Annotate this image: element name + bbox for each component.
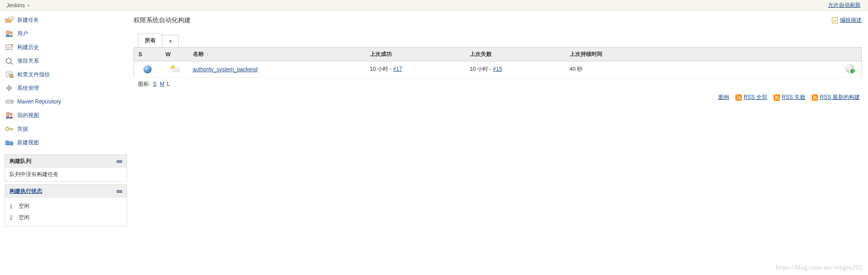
executor-title[interactable]: 构建执行状态 xyxy=(10,188,42,194)
gear-icon xyxy=(5,84,15,92)
status-ball-icon[interactable] xyxy=(143,65,152,74)
people-icon xyxy=(5,29,15,38)
relations-icon xyxy=(5,57,15,65)
svg-point-25 xyxy=(6,127,9,130)
svg-point-24 xyxy=(10,113,12,116)
sidebar-task-list: ★ 新建任务 用户 构建历史 xyxy=(5,15,127,148)
sidebar-item-newview[interactable]: 新建视图 xyxy=(5,137,127,148)
svg-point-16 xyxy=(8,87,10,89)
svg-point-32 xyxy=(813,98,814,99)
build-queue-panel: 构建队列 队列中没有构建任务 xyxy=(5,154,127,182)
sidebar-item-maven[interactable]: Maven Repository xyxy=(5,96,127,107)
build-queue-body: 队列中没有构建任务 xyxy=(5,168,127,181)
svg-rect-14 xyxy=(10,74,13,78)
collapse-icon[interactable] xyxy=(117,160,122,163)
sidebar-item-label: 检查文件指纹 xyxy=(17,71,50,79)
svg-point-23 xyxy=(6,113,10,116)
last-failure-link[interactable]: #15 xyxy=(493,66,502,72)
build-queue-title: 构建队列 xyxy=(10,157,31,165)
sidebar-item-myview[interactable]: 我的视图 xyxy=(5,110,127,121)
main-panel: 权限系统自动化构建 编辑描述 所有 + S W 名称 ↓ 上次成功 上次失败 xyxy=(127,11,868,229)
auto-refresh-link[interactable]: 允许自动刷新 xyxy=(828,1,864,9)
executor-row: 1 空闲 xyxy=(10,201,122,212)
svg-text:★: ★ xyxy=(10,17,13,20)
rss-icon xyxy=(812,94,818,101)
table-row: authority_system_backend 10 小时 - #17 10 … xyxy=(134,61,862,78)
icon-size-s[interactable]: S xyxy=(153,81,157,87)
breadcrumb-bar: Jenkins ▸ 允许自动刷新 xyxy=(0,0,868,11)
sidebar-item-label: 系统管理 xyxy=(17,84,39,92)
last-success-link[interactable]: #17 xyxy=(393,66,402,72)
executor-status: 空闲 xyxy=(19,202,30,210)
drive-icon xyxy=(5,98,15,106)
key-icon xyxy=(5,125,15,133)
tab-all[interactable]: 所有 xyxy=(138,34,163,47)
svg-point-4 xyxy=(10,31,12,34)
rss-latest-link[interactable]: RSS 最新的构建 xyxy=(820,93,860,101)
duration-text: 40 秒 xyxy=(570,66,583,72)
executor-panel: 构建执行状态 1 空闲 2 空闲 xyxy=(5,184,127,226)
sidebar-item-credentials[interactable]: 凭据 xyxy=(5,123,127,134)
collapse-icon[interactable] xyxy=(117,190,122,193)
col-weather[interactable]: W xyxy=(161,48,188,61)
col-last-success[interactable]: 上次成功 xyxy=(365,48,465,61)
myview-icon xyxy=(5,111,15,119)
col-status[interactable]: S xyxy=(134,48,161,61)
col-build xyxy=(839,48,862,61)
sidebar-item-fingerprint[interactable]: 检查文件指纹 xyxy=(5,69,127,80)
icon-size-m[interactable]: M xyxy=(160,81,164,87)
sidebar-item-label: 构建历史 xyxy=(17,44,39,51)
sidebar-item-new-item[interactable]: ★ 新建任务 xyxy=(5,15,127,25)
col-last-failure[interactable]: 上次失败 xyxy=(465,48,565,61)
footer-links: 图例 RSS 全部 RSS 失败 RSS 最新的构建 xyxy=(133,93,862,101)
executor-num: 1 xyxy=(10,203,19,210)
new-item-icon: ★ xyxy=(5,16,15,24)
executor-status: 空闲 xyxy=(19,214,30,221)
fingerprint-icon xyxy=(5,70,15,79)
edit-description-label: 编辑描述 xyxy=(840,16,862,24)
svg-point-30 xyxy=(737,98,738,99)
job-name-link[interactable]: authority_system_backend xyxy=(193,66,258,73)
rss-fail-link[interactable]: RSS 失败 xyxy=(782,93,805,101)
weather-icon[interactable] xyxy=(170,64,180,73)
executor-row: 2 空闲 xyxy=(10,212,122,223)
rss-icon xyxy=(774,94,780,101)
svg-point-3 xyxy=(6,31,10,34)
sidebar: ★ 新建任务 用户 构建历史 xyxy=(0,11,127,229)
edit-description-link[interactable]: 编辑描述 xyxy=(832,16,862,24)
tab-add[interactable]: + xyxy=(162,35,179,47)
svg-point-22 xyxy=(11,101,13,103)
icon-size-label: 图标: xyxy=(138,81,150,87)
folder-plus-icon xyxy=(5,138,15,147)
icon-size-l: L xyxy=(167,81,170,87)
col-duration[interactable]: 上次持续时间 xyxy=(565,48,839,61)
sidebar-item-label: Maven Repository xyxy=(17,98,61,105)
sidebar-item-label: 新建视图 xyxy=(17,139,39,147)
breadcrumb-root[interactable]: Jenkins xyxy=(4,2,28,9)
sidebar-item-history[interactable]: 构建历史 xyxy=(5,42,127,53)
executor-num: 2 xyxy=(10,215,19,221)
svg-line-10 xyxy=(10,63,13,65)
sidebar-item-manage[interactable]: 系统管理 xyxy=(5,83,127,93)
legend-link[interactable]: 图例 xyxy=(718,93,729,101)
rss-all-link[interactable]: RSS 全部 xyxy=(744,93,767,101)
view-tabs: 所有 + xyxy=(138,34,862,47)
icon-size-row: 图标: S M L xyxy=(133,80,862,88)
pencil-icon xyxy=(832,17,838,24)
sidebar-item-relations[interactable]: 项目关系 xyxy=(5,55,127,66)
svg-point-31 xyxy=(775,98,776,99)
rss-icon xyxy=(735,94,742,101)
sidebar-item-label: 我的视图 xyxy=(17,112,39,119)
sidebar-item-label: 项目关系 xyxy=(17,57,39,65)
schedule-build-icon[interactable] xyxy=(845,64,854,73)
job-table: S W 名称 ↓ 上次成功 上次失败 上次持续时间 authority_syst… xyxy=(133,47,862,78)
sidebar-item-people[interactable]: 用户 xyxy=(5,28,127,39)
page-title: 权限系统自动化构建 xyxy=(133,16,191,25)
last-success-text: 10 小时 - xyxy=(370,66,393,72)
sidebar-item-label: 凭据 xyxy=(17,125,28,133)
col-name[interactable]: 名称 ↓ xyxy=(188,48,365,61)
sidebar-item-label: 用户 xyxy=(17,30,28,38)
sidebar-item-label: 新建任务 xyxy=(17,16,39,24)
history-icon xyxy=(5,43,15,51)
sort-down-icon: ↓ xyxy=(206,52,209,57)
